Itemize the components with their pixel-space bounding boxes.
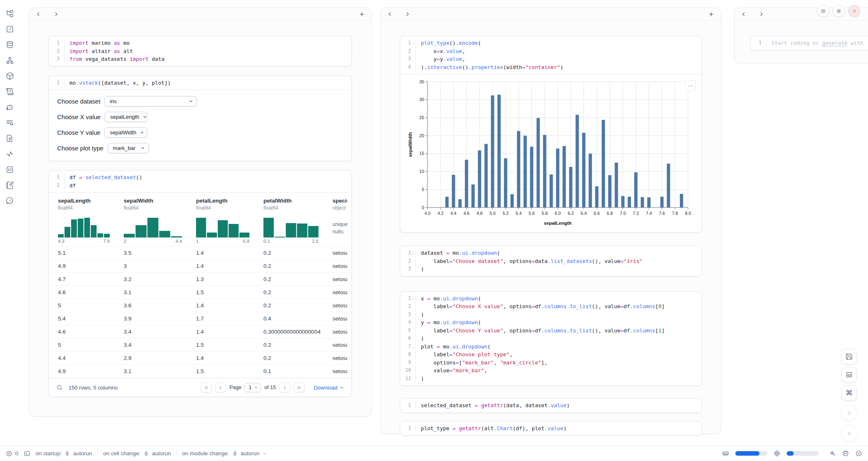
table-row[interactable]: 5.13.51.40.2setosa [49,247,351,260]
column-prev-button[interactable] [386,11,393,18]
chat-bot-icon[interactable] [5,103,14,112]
column-name[interactable]: sepalWidth [124,198,187,204]
code-line[interactable]: 2df [49,182,351,190]
code-cell-vstack[interactable]: 1mo.vstack([dataset, x, y, plot]) Choose… [48,76,352,161]
code-line[interactable]: 8 label="Choose plot type", [400,350,702,359]
code-line[interactable]: 2import altair as alt [49,47,351,55]
code-line[interactable]: 2 label="Choose dataset", options=data.l… [400,257,702,265]
add-cell-button[interactable] [707,10,715,18]
code-cell-xyplot-dropdowns[interactable]: 1⌄x = mo.ui.dropdown(2 label="Choose X v… [400,291,702,386]
table-row[interactable]: 4.73.21.30.2setosa [49,273,351,286]
table-row[interactable]: 4.93.11.50.1setosa [49,365,351,378]
search-icon[interactable] [56,384,63,391]
code-line[interactable]: 4).interactive().properties(width="conta… [400,63,702,71]
code-line[interactable]: 3from vega_datasets import data [49,55,351,63]
on-cell-change-setting[interactable]: on cell change: autorun [103,450,171,456]
error-count[interactable]: 0 [6,450,18,457]
table-row[interactable]: 4.63.11.50.2setosa [49,286,351,299]
y-value-select[interactable]: sepalWidth [104,127,147,138]
database-icon[interactable] [5,40,14,49]
code-line[interactable]: 1plot_type = getattr(alt.Chart(df), plot… [400,424,702,433]
snippets-icon[interactable] [5,165,14,174]
document-icon[interactable] [5,134,14,143]
bar-chart[interactable]: 4.04.24.44.64.85.05.25.45.65.86.06.26.46… [407,78,700,229]
shortcuts-button[interactable]: ⌘ [841,385,857,401]
file-tree-icon[interactable] [5,9,14,18]
connection-status-icon[interactable] [855,450,862,457]
close-button[interactable] [848,5,860,17]
code-line[interactable]: 1mo.vstack([dataset, x, y, plot]) [49,79,351,87]
code-line[interactable]: 5 label="Choose Y value", options=df.col… [400,327,702,335]
table-row[interactable]: 53.41.50.2setosa [49,339,351,352]
code-line[interactable]: 6) [400,334,702,343]
help-icon[interactable]: ? [5,196,14,205]
download-button[interactable]: Download [314,385,344,391]
code-line[interactable]: 1import marimo as mo [49,39,351,47]
function-icon[interactable]: f [5,25,14,34]
column-name[interactable]: sepalLength [58,198,115,204]
next-page-button[interactable] [279,383,290,392]
table-row[interactable]: 4.63.41.40.30000000000000004setosa [49,325,351,339]
code-line[interactable]: 2 label="Choose X value", options=df.col… [400,302,702,311]
dataset-select[interactable]: iris [104,96,197,106]
code-line[interactable]: 11) [400,375,702,383]
menu-button[interactable] [817,5,829,17]
code-line[interactable]: 3 y=y.value, [400,55,702,63]
code-line[interactable]: 1df = selected_dataset() [49,173,351,182]
run-button[interactable] [841,425,857,442]
settings-button[interactable] [833,5,845,17]
on-startup-setting[interactable]: on startup: autorun [36,450,92,456]
code-line[interactable]: 3) [400,265,702,273]
code-cell-dataframe[interactable]: 1df = selected_dataset()2df sepalLengthf… [48,170,352,397]
tracing-icon[interactable] [5,150,14,159]
column-name[interactable]: petalLength [196,198,254,204]
code-line[interactable]: 10 value="mark_bar", [400,366,702,375]
table-row[interactable]: 4.931.40.2setosa [49,260,351,273]
add-cell-button[interactable] [358,10,366,18]
page-select[interactable]: 1 [245,383,261,392]
last-page-button[interactable] [293,383,305,392]
scratchpad-icon[interactable] [5,181,14,190]
search-list-icon[interactable] [5,118,14,127]
table-row[interactable]: 53.61.40.2setosa [49,299,351,312]
plot-type-select[interactable]: mark_bar [108,143,149,153]
stop-button[interactable] [841,405,857,421]
code-line[interactable]: 1selected_dataset = getattr(data, datase… [400,401,702,410]
code-cell-chart[interactable]: 1⌄plot_type().encode(2 x=x.value,3 y=y.v… [400,36,702,233]
code-cell-dataset-dropdown[interactable]: 1⌄dataset = mo.ui.dropdown(2 label="Choo… [400,246,702,277]
code-line[interactable]: 7⌄plot = mo.ui.dropdown( [400,343,702,351]
layout-button[interactable] [841,367,857,383]
column-next-button[interactable] [53,11,60,18]
code-line[interactable]: 1Start coding or generate with [751,39,868,47]
logs-icon[interactable] [5,87,14,96]
code-line[interactable]: 3) [400,311,702,319]
save-button[interactable] [841,349,857,364]
code-line[interactable]: 9 options=["mark_bar", "mark_circle"], [400,359,702,367]
copilot-icon[interactable] [842,450,849,457]
column-name[interactable]: species [332,198,347,204]
code-line[interactable]: 1⌄x = mo.ui.dropdown( [400,295,702,303]
terminal-button[interactable] [24,450,30,457]
column-name[interactable]: petalWidth [263,198,323,204]
code-line[interactable]: 1⌄plot_type().encode( [400,39,702,47]
ai-sparkles-icon[interactable] [829,450,836,457]
code-line[interactable]: 1⌄dataset = mo.ui.dropdown( [400,249,702,257]
prev-page-button[interactable] [215,383,226,392]
code-line[interactable]: 4⌄y = mo.ui.dropdown( [400,318,702,327]
first-page-button[interactable] [201,383,212,392]
chart-actions-button[interactable] [685,80,696,91]
column-next-button[interactable] [758,11,765,18]
code-cell-imports[interactable]: 1import marimo as mo2import altair as al… [48,36,352,67]
table-row[interactable]: 4.42.91.40.2setosa [49,352,351,365]
table-row[interactable]: 5.43.91.70.4setosa [49,312,351,325]
package-icon[interactable] [5,71,14,81]
scratchpad-cell[interactable]: 1Start coding or generate with [750,36,868,51]
column-prev-button[interactable] [740,11,747,18]
dependency-graph-icon[interactable] [5,56,14,65]
code-cell-selected-dataset[interactable]: 1selected_dataset = getattr(data, datase… [400,398,702,413]
on-module-change-setting[interactable]: on module change: autorun [182,450,268,456]
code-cell-plot-type[interactable]: 1plot_type = getattr(alt.Chart(df), plot… [400,421,702,436]
column-next-button[interactable] [404,11,411,18]
code-line[interactable]: 2 x=x.value, [400,47,702,55]
x-value-select[interactable]: sepalLength [105,112,148,122]
